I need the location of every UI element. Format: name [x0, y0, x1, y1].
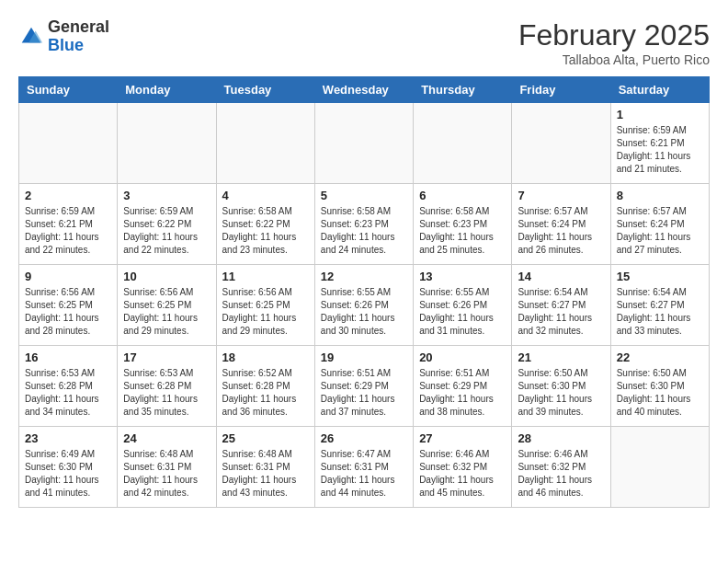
calendar-cell: 6Sunrise: 6:58 AM Sunset: 6:23 PM Daylig…: [414, 184, 512, 265]
calendar-cell: 1Sunrise: 6:59 AM Sunset: 6:21 PM Daylig…: [610, 103, 709, 184]
calendar-table: SundayMondayTuesdayWednesdayThursdayFrid…: [18, 76, 710, 508]
day-number: 11: [222, 270, 309, 283]
calendar-cell: 7Sunrise: 6:57 AM Sunset: 6:24 PM Daylig…: [512, 184, 610, 265]
day-number: 20: [419, 350, 506, 364]
calendar-cell: 12Sunrise: 6:55 AM Sunset: 6:26 PM Dayli…: [314, 265, 413, 346]
day-number: 16: [25, 350, 111, 364]
calendar-week-4: 16Sunrise: 6:53 AM Sunset: 6:28 PM Dayli…: [19, 346, 710, 427]
day-info: Sunrise: 6:51 AM Sunset: 6:29 PM Dayligh…: [419, 367, 506, 419]
calendar-cell: 10Sunrise: 6:56 AM Sunset: 6:25 PM Dayli…: [118, 265, 216, 346]
calendar-cell: 2Sunrise: 6:59 AM Sunset: 6:21 PM Daylig…: [19, 184, 118, 265]
day-info: Sunrise: 6:56 AM Sunset: 6:25 PM Dayligh…: [222, 286, 309, 338]
calendar-cell: 3Sunrise: 6:59 AM Sunset: 6:22 PM Daylig…: [118, 184, 216, 265]
calendar-cell: 19Sunrise: 6:51 AM Sunset: 6:29 PM Dayli…: [314, 346, 413, 427]
day-number: 19: [321, 350, 407, 364]
day-number: 18: [222, 350, 309, 364]
weekday-header-monday: Monday: [118, 77, 216, 103]
day-info: Sunrise: 6:59 AM Sunset: 6:21 PM Dayligh…: [25, 205, 111, 257]
calendar-cell: 17Sunrise: 6:53 AM Sunset: 6:28 PM Dayli…: [118, 346, 216, 427]
weekday-header-friday: Friday: [512, 77, 610, 103]
calendar-cell: 24Sunrise: 6:48 AM Sunset: 6:31 PM Dayli…: [118, 427, 216, 508]
calendar-week-2: 2Sunrise: 6:59 AM Sunset: 6:21 PM Daylig…: [19, 184, 710, 265]
day-number: 10: [123, 270, 210, 283]
logo-text: General Blue: [48, 18, 109, 55]
day-number: 14: [518, 270, 604, 283]
day-info: Sunrise: 6:49 AM Sunset: 6:30 PM Dayligh…: [25, 448, 111, 500]
day-number: 5: [321, 189, 407, 202]
day-info: Sunrise: 6:51 AM Sunset: 6:29 PM Dayligh…: [321, 367, 407, 419]
day-info: Sunrise: 6:50 AM Sunset: 6:30 PM Dayligh…: [518, 367, 604, 419]
calendar-cell: 23Sunrise: 6:49 AM Sunset: 6:30 PM Dayli…: [19, 427, 118, 508]
calendar-cell: 22Sunrise: 6:50 AM Sunset: 6:30 PM Dayli…: [610, 346, 709, 427]
day-number: 13: [419, 270, 506, 283]
day-number: 21: [518, 350, 604, 364]
calendar-cell: 15Sunrise: 6:54 AM Sunset: 6:27 PM Dayli…: [610, 265, 709, 346]
day-number: 23: [25, 431, 111, 445]
title-block: February 2025 Tallaboa Alta, Puerto Rico: [518, 18, 710, 67]
day-number: 15: [617, 270, 703, 283]
calendar-cell: 20Sunrise: 6:51 AM Sunset: 6:29 PM Dayli…: [414, 346, 512, 427]
day-number: 24: [123, 431, 210, 445]
day-number: 3: [123, 189, 210, 202]
day-number: 7: [518, 189, 604, 202]
weekday-header-tuesday: Tuesday: [216, 77, 314, 103]
weekday-header-wednesday: Wednesday: [314, 77, 413, 103]
month-title: February 2025: [518, 18, 710, 52]
calendar-cell: 8Sunrise: 6:57 AM Sunset: 6:24 PM Daylig…: [610, 184, 709, 265]
calendar-week-1: 1Sunrise: 6:59 AM Sunset: 6:21 PM Daylig…: [19, 103, 710, 184]
calendar-cell: 11Sunrise: 6:56 AM Sunset: 6:25 PM Dayli…: [216, 265, 314, 346]
day-info: Sunrise: 6:52 AM Sunset: 6:28 PM Dayligh…: [222, 367, 309, 419]
day-info: Sunrise: 6:53 AM Sunset: 6:28 PM Dayligh…: [123, 367, 210, 419]
calendar-cell: 13Sunrise: 6:55 AM Sunset: 6:26 PM Dayli…: [414, 265, 512, 346]
day-info: Sunrise: 6:56 AM Sunset: 6:25 PM Dayligh…: [123, 286, 210, 338]
day-number: 6: [419, 189, 506, 202]
logo-blue-text: Blue: [48, 36, 84, 54]
day-number: 28: [518, 431, 604, 445]
calendar-cell: 26Sunrise: 6:47 AM Sunset: 6:31 PM Dayli…: [314, 427, 413, 508]
calendar-cell: [610, 427, 709, 508]
day-number: 25: [222, 431, 309, 445]
day-number: 26: [321, 431, 407, 445]
calendar-cell: 14Sunrise: 6:54 AM Sunset: 6:27 PM Dayli…: [512, 265, 610, 346]
day-info: Sunrise: 6:46 AM Sunset: 6:32 PM Dayligh…: [518, 448, 604, 500]
day-info: Sunrise: 6:47 AM Sunset: 6:31 PM Dayligh…: [321, 448, 407, 500]
day-info: Sunrise: 6:46 AM Sunset: 6:32 PM Dayligh…: [419, 448, 506, 500]
day-info: Sunrise: 6:59 AM Sunset: 6:21 PM Dayligh…: [617, 124, 703, 176]
day-number: 17: [123, 350, 210, 364]
logo: General Blue: [18, 18, 109, 55]
logo-icon: [18, 24, 44, 50]
day-number: 1: [617, 108, 703, 121]
day-number: 8: [617, 189, 703, 202]
calendar-cell: 5Sunrise: 6:58 AM Sunset: 6:23 PM Daylig…: [314, 184, 413, 265]
calendar-week-3: 9Sunrise: 6:56 AM Sunset: 6:25 PM Daylig…: [19, 265, 710, 346]
calendar-cell: 21Sunrise: 6:50 AM Sunset: 6:30 PM Dayli…: [512, 346, 610, 427]
calendar-cell: 18Sunrise: 6:52 AM Sunset: 6:28 PM Dayli…: [216, 346, 314, 427]
weekday-header-saturday: Saturday: [610, 77, 709, 103]
calendar-cell: [512, 103, 610, 184]
day-number: 9: [25, 270, 111, 283]
day-number: 12: [321, 270, 407, 283]
calendar-week-5: 23Sunrise: 6:49 AM Sunset: 6:30 PM Dayli…: [19, 427, 710, 508]
calendar-cell: [118, 103, 216, 184]
day-info: Sunrise: 6:54 AM Sunset: 6:27 PM Dayligh…: [518, 286, 604, 338]
weekday-header-row: SundayMondayTuesdayWednesdayThursdayFrid…: [19, 77, 710, 103]
calendar-cell: [216, 103, 314, 184]
location-title: Tallaboa Alta, Puerto Rico: [518, 52, 710, 67]
day-info: Sunrise: 6:54 AM Sunset: 6:27 PM Dayligh…: [617, 286, 703, 338]
day-info: Sunrise: 6:55 AM Sunset: 6:26 PM Dayligh…: [419, 286, 506, 338]
day-info: Sunrise: 6:56 AM Sunset: 6:25 PM Dayligh…: [25, 286, 111, 338]
calendar-cell: [19, 103, 118, 184]
calendar-cell: 27Sunrise: 6:46 AM Sunset: 6:32 PM Dayli…: [414, 427, 512, 508]
calendar-cell: 28Sunrise: 6:46 AM Sunset: 6:32 PM Dayli…: [512, 427, 610, 508]
day-info: Sunrise: 6:50 AM Sunset: 6:30 PM Dayligh…: [617, 367, 703, 419]
day-info: Sunrise: 6:55 AM Sunset: 6:26 PM Dayligh…: [321, 286, 407, 338]
day-info: Sunrise: 6:48 AM Sunset: 6:31 PM Dayligh…: [222, 448, 309, 500]
day-info: Sunrise: 6:58 AM Sunset: 6:22 PM Dayligh…: [222, 205, 309, 257]
calendar-cell: [414, 103, 512, 184]
day-info: Sunrise: 6:58 AM Sunset: 6:23 PM Dayligh…: [419, 205, 506, 257]
day-number: 2: [25, 189, 111, 202]
calendar-cell: 4Sunrise: 6:58 AM Sunset: 6:22 PM Daylig…: [216, 184, 314, 265]
day-number: 4: [222, 189, 309, 202]
logo-general-text: General: [48, 17, 109, 36]
calendar-cell: 16Sunrise: 6:53 AM Sunset: 6:28 PM Dayli…: [19, 346, 118, 427]
